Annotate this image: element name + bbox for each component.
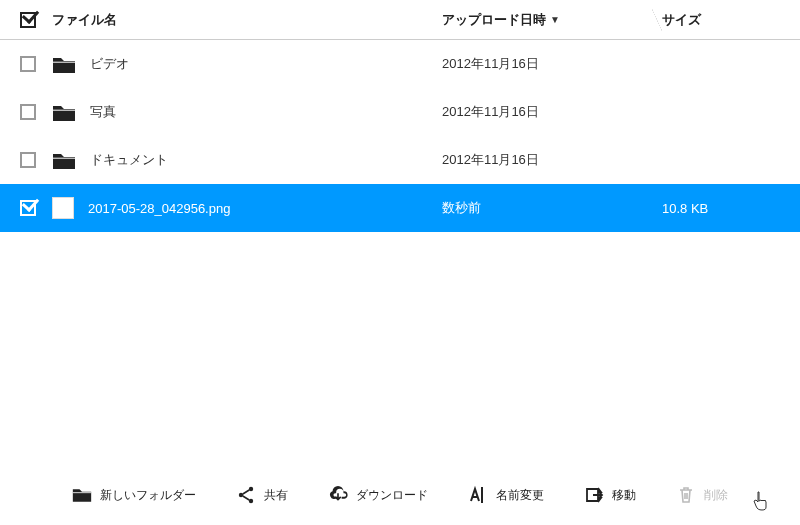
download-button[interactable]: ダウンロード <box>328 485 428 505</box>
trash-icon <box>676 485 696 505</box>
upload-date: 2012年11月16日 <box>442 151 539 169</box>
move-button[interactable]: 移動 <box>584 485 636 505</box>
move-icon <box>584 485 604 505</box>
toolbar-label: 共有 <box>264 487 288 504</box>
folder-icon <box>52 151 76 169</box>
table-header: ファイル名 アップロード日時 ▼ サイズ <box>0 0 800 40</box>
download-icon <box>328 485 348 505</box>
file-icon <box>52 197 74 219</box>
file-name: ドキュメント <box>90 151 168 169</box>
row-checkbox[interactable] <box>20 56 36 72</box>
file-list: ビデオ 2012年11月16日 写真 2012年11月16日 ドキュメント 20… <box>0 40 800 232</box>
file-name: ビデオ <box>90 55 129 73</box>
share-icon <box>236 485 256 505</box>
new-folder-button[interactable]: 新しいフォルダー <box>72 485 196 505</box>
share-button[interactable]: 共有 <box>236 485 288 505</box>
toolbar-label: 移動 <box>612 487 636 504</box>
col-upload-label: アップロード日時 <box>442 11 546 29</box>
col-check-header <box>8 12 48 28</box>
rename-icon <box>468 485 488 505</box>
table-row[interactable]: 写真 2012年11月16日 <box>0 88 800 136</box>
col-name-label: ファイル名 <box>52 11 117 29</box>
col-upload-header[interactable]: アップロード日時 ▼ <box>442 11 662 29</box>
delete-button[interactable]: 削除 <box>676 485 728 505</box>
toolbar-label: 名前変更 <box>496 487 544 504</box>
table-row[interactable]: ドキュメント 2012年11月16日 <box>0 136 800 184</box>
select-all-checkbox[interactable] <box>20 12 36 28</box>
row-checkbox[interactable] <box>20 152 36 168</box>
col-size-label: サイズ <box>662 11 701 29</box>
resize-handle-icon[interactable] <box>652 9 662 31</box>
sort-desc-icon: ▼ <box>550 14 560 25</box>
folder-icon <box>52 103 76 121</box>
folder-plus-icon <box>72 485 92 505</box>
toolbar-label: 新しいフォルダー <box>100 487 196 504</box>
table-row[interactable]: 2017-05-28_042956.png 数秒前 10.8 KB <box>0 184 800 232</box>
file-name: 2017-05-28_042956.png <box>88 201 230 216</box>
table-row[interactable]: ビデオ 2012年11月16日 <box>0 40 800 88</box>
col-size-header[interactable]: サイズ <box>662 9 792 31</box>
upload-date: 2012年11月16日 <box>442 103 539 121</box>
col-name-header[interactable]: ファイル名 <box>48 11 442 29</box>
row-checkbox[interactable] <box>20 200 36 216</box>
toolbar-label: ダウンロード <box>356 487 428 504</box>
row-checkbox[interactable] <box>20 104 36 120</box>
folder-icon <box>52 55 76 73</box>
toolbar-label: 削除 <box>704 487 728 504</box>
toolbar: 新しいフォルダー 共有 ダウンロード 名前変更 移動 削除 <box>0 465 800 525</box>
file-name: 写真 <box>90 103 116 121</box>
upload-date: 数秒前 <box>442 199 481 217</box>
file-size: 10.8 KB <box>662 201 708 216</box>
upload-date: 2012年11月16日 <box>442 55 539 73</box>
rename-button[interactable]: 名前変更 <box>468 485 544 505</box>
